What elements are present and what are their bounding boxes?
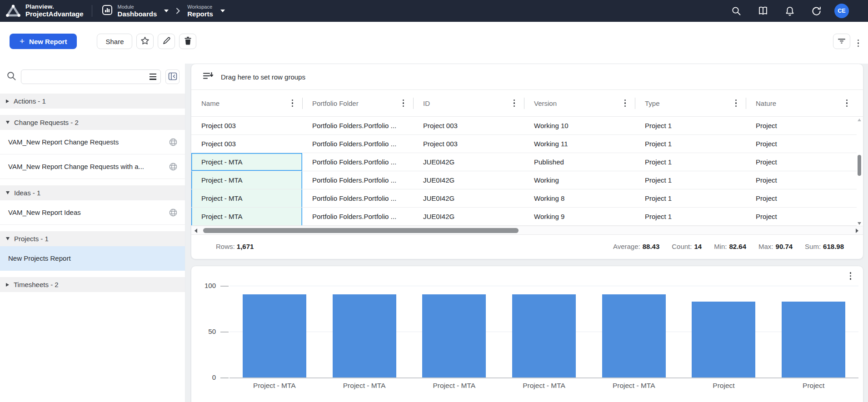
scroll-right-icon[interactable] (856, 228, 858, 233)
table-cell[interactable]: Project 003 (191, 117, 302, 135)
column-header[interactable]: Version (524, 90, 635, 116)
sidebar-item[interactable]: VAM_New Report Change Requests (0, 130, 185, 154)
sidebar-item[interactable]: VAM_New Report Ideas (0, 200, 185, 225)
delete-button[interactable] (179, 34, 196, 49)
table-row[interactable]: Project - MTAPortfolio Folders.Portfolio… (191, 189, 863, 208)
bar[interactable] (782, 302, 845, 377)
horizontal-scrollbar[interactable] (191, 226, 863, 235)
sidebar-item[interactable]: VAM_New Report Change Requests with a... (0, 154, 185, 179)
table-cell[interactable]: Portfolio Folders.Portfolio ... (302, 171, 413, 189)
table-cell[interactable]: Project (746, 135, 857, 153)
column-header[interactable]: ID (413, 90, 524, 116)
column-header[interactable]: Nature (746, 90, 857, 116)
sidebar-group: Actions - 1 (0, 94, 185, 109)
vertical-scroll-thumb[interactable] (858, 155, 861, 176)
table-cell[interactable]: JUE0I42G (413, 208, 524, 226)
edit-button[interactable] (158, 34, 175, 49)
module-selector[interactable]: Module Dashboards (101, 4, 169, 18)
column-header[interactable]: Name (191, 90, 302, 116)
table-cell[interactable]: Published (524, 153, 635, 171)
table-row[interactable]: Project 003Portfolio Folders.Portfolio .… (191, 135, 863, 153)
scroll-down-icon[interactable] (858, 222, 861, 225)
workspace-selector[interactable]: Workspace Reports (187, 4, 225, 18)
table-cell[interactable]: Project - MTA (191, 208, 302, 226)
column-menu-icon[interactable] (292, 99, 293, 107)
table-cell[interactable]: Portfolio Folders.Portfolio ... (302, 135, 413, 153)
filter-button[interactable] (833, 34, 850, 49)
sidebar-group-header[interactable]: Projects - 1 (0, 231, 185, 246)
table-cell[interactable]: JUE0I42G (413, 153, 524, 171)
status-aggregate-label: Sum: (805, 243, 821, 250)
vertical-scrollbar[interactable] (857, 118, 862, 226)
table-cell[interactable]: Portfolio Folders.Portfolio ... (302, 117, 413, 135)
column-menu-icon[interactable] (403, 99, 404, 107)
table-cell[interactable]: JUE0I42G (413, 171, 524, 189)
toolbar-kebab-menu-icon[interactable] (858, 40, 859, 47)
table-cell[interactable]: Project 003 (191, 135, 302, 153)
table-cell[interactable]: Working 11 (524, 135, 635, 153)
share-button[interactable]: Share (97, 34, 132, 49)
table-cell[interactable]: Project (746, 208, 857, 226)
bar[interactable] (422, 294, 486, 377)
table-row[interactable]: Project - MTAPortfolio Folders.Portfolio… (191, 171, 863, 189)
table-cell[interactable]: Project 1 (635, 117, 746, 135)
table-cell[interactable]: Project 1 (635, 153, 746, 171)
bar[interactable] (243, 294, 306, 377)
avatar[interactable]: CE (834, 4, 849, 18)
table-cell[interactable]: Working 9 (524, 208, 635, 226)
table-cell[interactable]: Project - MTA (191, 189, 302, 208)
table-cell[interactable]: Project (746, 117, 857, 135)
column-header[interactable]: Portfolio Folder (302, 90, 413, 116)
bar[interactable] (333, 294, 396, 377)
x-axis-category-label: Project - MTA (409, 382, 499, 390)
horizontal-scroll-thumb[interactable] (203, 228, 519, 233)
sidebar-group-header[interactable]: Actions - 1 (0, 94, 185, 109)
table-cell[interactable]: Project (746, 189, 857, 208)
table-cell[interactable]: Working (524, 171, 635, 189)
table-cell[interactable]: Portfolio Folders.Portfolio ... (302, 208, 413, 226)
column-menu-icon[interactable] (624, 99, 626, 107)
table-row[interactable]: Project - MTAPortfolio Folders.Portfolio… (191, 153, 863, 171)
column-menu-icon[interactable] (735, 99, 737, 107)
table-cell[interactable]: Project 1 (635, 189, 746, 208)
bell-icon[interactable] (785, 6, 795, 16)
table-cell[interactable]: Project 1 (635, 171, 746, 189)
row-group-dropzone[interactable]: Drag here to set row groups (191, 64, 863, 90)
refresh-icon[interactable] (811, 6, 822, 16)
bar[interactable] (602, 294, 666, 377)
table-cell[interactable]: Project 003 (413, 135, 524, 153)
scroll-up-icon[interactable] (858, 119, 861, 121)
scroll-left-icon[interactable] (195, 228, 197, 233)
table-cell[interactable]: Portfolio Folders.Portfolio ... (302, 189, 413, 208)
column-menu-icon[interactable] (514, 99, 515, 107)
bar[interactable] (512, 294, 576, 377)
sidebar-group-header[interactable]: Ideas - 1 (0, 185, 185, 200)
table-cell[interactable]: Project 1 (635, 208, 746, 226)
hamburger-icon[interactable] (150, 74, 156, 80)
new-report-button[interactable]: + New Report (10, 34, 77, 49)
collapse-sidebar-button[interactable] (165, 69, 180, 84)
book-icon[interactable] (758, 6, 768, 16)
table-cell[interactable]: Project 1 (635, 135, 746, 153)
column-header[interactable]: Type (635, 90, 746, 116)
table-cell[interactable]: Working 8 (524, 189, 635, 208)
bar[interactable] (692, 302, 755, 377)
search-icon[interactable] (731, 6, 741, 16)
sidebar-group-header[interactable]: Change Requests - 2 (0, 115, 185, 130)
column-menu-icon[interactable] (846, 99, 848, 107)
table-cell[interactable]: Portfolio Folders.Portfolio ... (302, 153, 413, 171)
column-header-label: Nature (756, 99, 776, 107)
table-cell[interactable]: Project 003 (413, 117, 524, 135)
favorite-button[interactable] (136, 34, 154, 49)
table-cell[interactable]: Working 10 (524, 117, 635, 135)
table-cell[interactable]: Project - MTA (191, 171, 302, 189)
table-cell[interactable]: JUE0I42G (413, 189, 524, 208)
table-cell[interactable]: Project - MTA (191, 153, 302, 171)
sidebar-group-header[interactable]: Timesheets - 2 (0, 277, 185, 292)
sidebar-search-input[interactable] (21, 70, 160, 84)
table-cell[interactable]: Project (746, 153, 857, 171)
table-row[interactable]: Project 003Portfolio Folders.Portfolio .… (191, 117, 863, 135)
sidebar-item[interactable]: New Projects Report (0, 246, 185, 271)
table-cell[interactable]: Project (746, 171, 857, 189)
table-row[interactable]: Project - MTAPortfolio Folders.Portfolio… (191, 208, 863, 226)
